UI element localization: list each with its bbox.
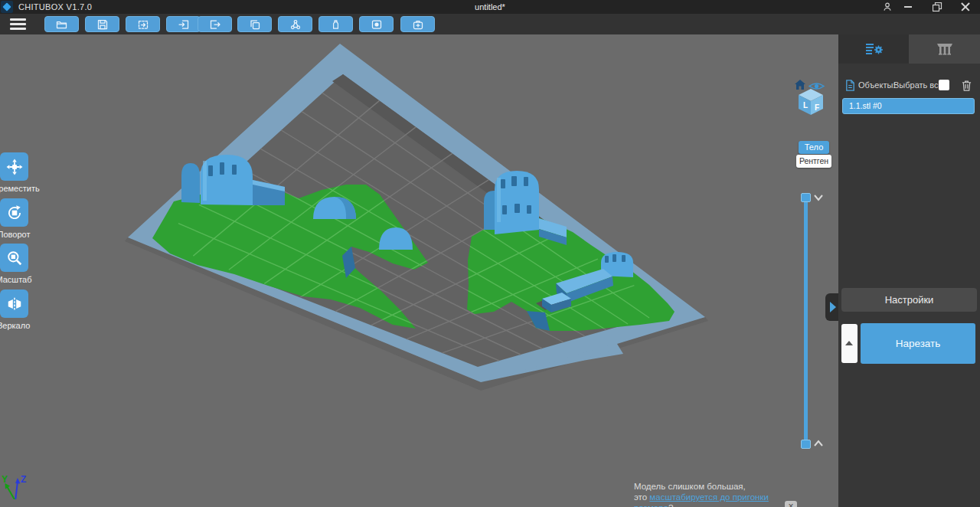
cube-face-left-label: L xyxy=(803,101,808,110)
view-cube[interactable]: L F xyxy=(796,87,825,116)
open-file-icon xyxy=(55,18,68,31)
titlebar: CHITUBOX V1.7.0 untitled* xyxy=(0,0,980,14)
notification-line2-prefix: это xyxy=(634,492,649,502)
view-mode-xray-button[interactable]: Рентген xyxy=(796,155,831,168)
mirror-tool-button[interactable] xyxy=(0,289,28,318)
maximize-button[interactable] xyxy=(930,0,944,14)
scene-3d xyxy=(0,34,838,507)
auto-arrange-button[interactable] xyxy=(278,16,312,32)
clone-button[interactable] xyxy=(237,16,272,32)
layer-slider-bottom-handle[interactable] xyxy=(801,440,811,449)
import-model-button[interactable] xyxy=(166,16,201,32)
export-model-button[interactable] xyxy=(198,16,232,32)
mirror-tool-label: Зеркало xyxy=(0,321,44,330)
settings-list-icon xyxy=(862,40,885,58)
settings-button[interactable]: Настройки xyxy=(841,288,977,312)
move-tool-label: Переместить xyxy=(0,184,44,193)
chitubox-window: { "titlebar": { "app_title": "CHITUBOX V… xyxy=(0,0,980,507)
notification-close-button[interactable]: × xyxy=(785,501,797,507)
maximize-icon xyxy=(933,2,942,12)
close-icon xyxy=(961,2,970,11)
delete-trash-icon[interactable] xyxy=(961,79,972,92)
chevron-down-icon[interactable] xyxy=(813,193,824,202)
scale-to-fit-link-2[interactable]: размера xyxy=(634,503,668,507)
move-tool-button[interactable] xyxy=(0,152,28,181)
select-all-checkbox[interactable] xyxy=(939,80,949,90)
user-icon xyxy=(882,2,893,12)
drill-hole-icon xyxy=(330,18,341,31)
import-model-icon xyxy=(178,18,190,31)
save-file-icon xyxy=(96,18,109,31)
mirror-icon xyxy=(6,296,23,312)
supports-icon xyxy=(933,40,956,58)
clone-icon xyxy=(249,18,261,31)
notification-line3-suffix: ? xyxy=(668,503,673,507)
axes-gizmo: Z Y X xyxy=(0,438,46,499)
tab-supports[interactable] xyxy=(909,34,980,64)
document-icon xyxy=(844,79,856,92)
rotate-icon xyxy=(6,204,23,221)
slice-options-spinner[interactable] xyxy=(841,324,858,363)
object-list-item[interactable]: 1.1.stl #0 xyxy=(842,98,975,114)
scale-tool-label: Масштаб xyxy=(0,275,44,284)
layer-slider-track[interactable] xyxy=(804,199,808,444)
chevron-up-icon[interactable] xyxy=(813,439,824,448)
expander-arrow-icon xyxy=(830,302,836,312)
auto-arrange-icon xyxy=(289,18,302,31)
spinner-up-arrow-icon xyxy=(845,341,853,345)
tab-settings[interactable] xyxy=(838,34,909,64)
document-title: untitled* xyxy=(0,2,980,11)
objects-label: Объекты: xyxy=(858,80,895,90)
slice-button[interactable]: Нарезать xyxy=(861,323,975,364)
export-model-icon xyxy=(209,18,221,31)
main-toolbar xyxy=(0,14,980,34)
right-panel: Объекты: Выбрать все 1.1.stl #0 Настройк… xyxy=(838,34,980,507)
minimize-button[interactable] xyxy=(901,0,915,14)
notification-line1: Модель слишком большая, xyxy=(634,481,795,492)
axis-y-label: Y xyxy=(2,474,8,485)
hollow-button[interactable] xyxy=(359,16,394,32)
scale-tool-button[interactable] xyxy=(0,244,28,272)
screenshot-icon xyxy=(137,18,149,31)
screenshot-button[interactable] xyxy=(126,16,160,32)
hollow-icon xyxy=(371,18,383,31)
axis-z-label: Z xyxy=(21,474,26,485)
repair-icon xyxy=(412,18,424,31)
rotate-tool-button[interactable] xyxy=(0,198,28,227)
move-icon xyxy=(6,159,23,175)
user-account-button[interactable] xyxy=(880,0,894,14)
rotate-tool-label: Поворот xyxy=(0,230,44,239)
scale-notification: Модель слишком большая, это масштабирует… xyxy=(634,481,795,507)
menu-button[interactable] xyxy=(10,18,26,30)
select-all-label: Выбрать все xyxy=(893,80,943,90)
repair-button[interactable] xyxy=(400,16,435,32)
layer-slider-top-handle[interactable] xyxy=(801,193,811,202)
view-mode-body-button[interactable]: Тело xyxy=(799,141,829,154)
scale-to-fit-link[interactable]: масштабируется до пригонки xyxy=(649,492,769,502)
objects-header-row: Объекты: Выбрать все xyxy=(838,77,980,95)
viewport-3d[interactable]: Переместить Поворот Масштаб Зеркало xyxy=(0,34,838,507)
close-button[interactable] xyxy=(959,0,972,14)
scale-icon xyxy=(6,250,23,267)
cube-face-front-label: F xyxy=(815,103,819,112)
minimize-icon xyxy=(904,6,912,8)
panel-expander-button[interactable] xyxy=(825,293,838,321)
drill-hole-button[interactable] xyxy=(318,16,353,32)
open-file-button[interactable] xyxy=(44,16,79,32)
save-file-button[interactable] xyxy=(85,16,119,32)
